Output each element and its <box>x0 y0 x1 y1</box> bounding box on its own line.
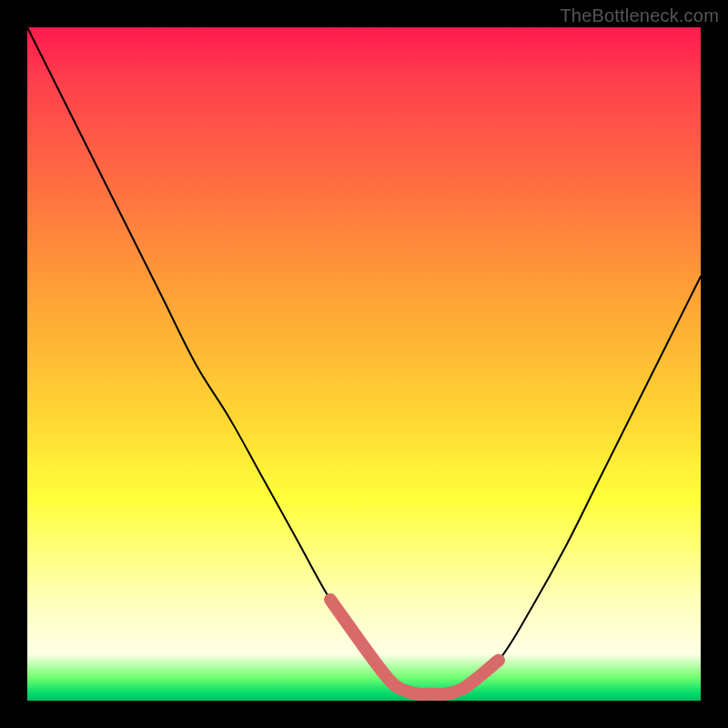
curve-path <box>27 27 701 694</box>
bottleneck-curve <box>27 27 701 694</box>
watermark-text: TheBottleneck.com <box>560 5 719 26</box>
highlight-segment <box>330 600 499 694</box>
curve-layer <box>27 27 701 701</box>
outer-frame: TheBottleneck.com <box>0 0 728 728</box>
highlight-path <box>330 600 499 694</box>
